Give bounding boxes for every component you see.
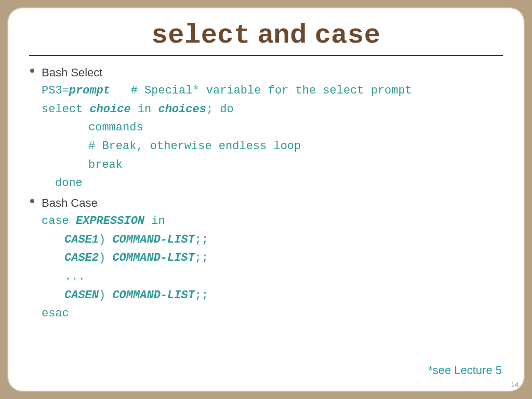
code-line: break: [42, 156, 503, 175]
code-block-select: PS3=prompt # Special* variable for the s…: [42, 82, 503, 193]
code-line: select choice in choices; do: [42, 100, 503, 119]
bullet-bash-case: Bash Case case EXPRESSION in CASE1) COMM…: [29, 194, 503, 323]
code-line: # Break, otherwise endless loop: [42, 137, 503, 156]
title-mid: and: [250, 18, 315, 48]
title-keyword-select: select: [152, 20, 250, 51]
bullet-head: Bash Case: [42, 194, 503, 212]
page-number: 14: [511, 381, 518, 389]
bullet-head: Bash Select: [42, 63, 503, 82]
title-keyword-case: case: [315, 20, 381, 51]
code-line: PS3=prompt # Special* variable for the s…: [42, 82, 503, 100]
slide-card: select and case Bash Select PS3=prompt #…: [7, 7, 525, 392]
code-block-case: case EXPRESSION in CASE1) COMMAND-LIST;;…: [42, 212, 503, 323]
code-line: esac: [42, 304, 503, 323]
code-line: commands: [42, 118, 503, 137]
code-line: ...: [42, 268, 503, 286]
code-line: CASE2) COMMAND-LIST;;: [42, 249, 503, 268]
bullet-bash-select: Bash Select PS3=prompt # Special* variab…: [29, 63, 503, 193]
code-line: CASEN) COMMAND-LIST;;: [42, 286, 503, 305]
bullet-list: Bash Select PS3=prompt # Special* variab…: [29, 63, 503, 323]
code-line: CASE1) COMMAND-LIST;;: [42, 231, 503, 249]
title-rule: [29, 55, 503, 56]
code-line: case EXPRESSION in: [42, 212, 503, 231]
footnote: *see Lecture 5: [428, 364, 502, 377]
code-line: done: [42, 174, 503, 193]
slide-title: select and case: [29, 18, 503, 51]
